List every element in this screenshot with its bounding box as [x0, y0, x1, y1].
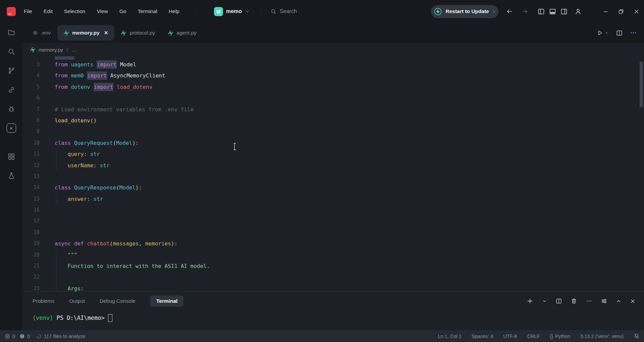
navigate-forward-button[interactable] [519, 6, 531, 17]
code-line[interactable]: 6 [22, 93, 644, 104]
menu-edit[interactable]: Edit [44, 8, 53, 14]
menu-file[interactable]: File [24, 8, 32, 14]
code-line[interactable]: 4from mem0 import AsyncMemoryClient [22, 70, 644, 81]
explorer-icon[interactable] [4, 25, 19, 40]
account-icon[interactable] [572, 6, 584, 17]
restart-label: Restart to Update [445, 8, 489, 14]
code-line[interactable]: 11 query: str [22, 149, 644, 160]
menu-go[interactable]: Go [119, 8, 126, 14]
panel-tab-problems[interactable]: Problems [33, 295, 54, 307]
editor-more-actions-icon[interactable] [630, 30, 637, 36]
code-line[interactable]: 8load_dotenv() [22, 115, 644, 126]
editor-tab-bar: .env memory.py ✕ protocol.py agent.py [22, 23, 644, 43]
status-bar: 0 0 117 files to analyze Ln 1, Col 1 Spa… [0, 330, 644, 342]
active-extension-icon[interactable] [4, 120, 19, 136]
menu-terminal[interactable]: Terminal [138, 8, 157, 14]
panel-tab-terminal[interactable]: Terminal [150, 295, 183, 307]
menu-view[interactable]: View [97, 8, 108, 14]
tab-protocol-py[interactable]: protocol.py [115, 25, 161, 41]
line-number: 4 [22, 70, 40, 81]
line-number: 18 [22, 227, 40, 238]
panel-more-actions-icon[interactable] [586, 298, 592, 304]
debug-icon[interactable] [4, 101, 19, 117]
menu-help[interactable]: Help [169, 8, 179, 14]
toggle-secondary-sidebar-icon[interactable] [558, 6, 570, 17]
search-input[interactable]: Search [266, 6, 367, 16]
chevron-down-icon [245, 9, 250, 14]
cursor-position[interactable]: Ln 1, Col 1 [438, 334, 462, 339]
line-number: 8 [22, 115, 40, 126]
editor-scrollbar[interactable] [640, 62, 643, 107]
menu-selection[interactable]: Selection [64, 8, 86, 14]
line-number: 14 [22, 182, 40, 193]
info-icon [19, 334, 25, 339]
code-line[interactable]: 21 Function to interact with the ASI1 AI… [22, 261, 644, 272]
code-line[interactable]: 17 [22, 216, 644, 227]
close-window-button[interactable] [629, 5, 644, 18]
new-terminal-icon[interactable] [527, 298, 533, 304]
testing-flask-icon[interactable] [4, 168, 19, 183]
source-control-icon[interactable] [4, 63, 19, 78]
code-line[interactable]: 3from uagents import Model [22, 59, 644, 70]
split-terminal-icon[interactable] [556, 298, 562, 304]
extensions-grid-icon[interactable] [4, 149, 19, 164]
eol-sequence[interactable]: CRLF [527, 334, 540, 339]
code-line[interactable]: 18 [22, 227, 644, 238]
remote-link-icon[interactable] [4, 82, 19, 98]
encoding[interactable]: UTF-8 [503, 334, 517, 339]
code-line[interactable]: 12 userName: str [22, 160, 644, 171]
code-line[interactable]: 10class QueryRequest(Model): [22, 137, 644, 149]
code-line[interactable]: 9 [22, 126, 644, 137]
line-number: 10 [22, 137, 40, 149]
toggle-primary-sidebar-icon[interactable] [535, 6, 547, 17]
line-number: 11 [22, 149, 40, 160]
close-panel-icon[interactable] [630, 299, 635, 304]
minimize-button[interactable] [598, 5, 613, 18]
terminal-venv: (venv) [33, 315, 53, 321]
line-number: 19 [22, 238, 40, 249]
tab-memory-py[interactable]: memory.py ✕ [57, 25, 114, 41]
tab-env[interactable]: .env [26, 25, 57, 41]
indent-guide [56, 272, 56, 283]
indentation[interactable]: Spaces: 4 [472, 334, 493, 339]
notifications-bell-icon[interactable] [634, 333, 639, 339]
code-line[interactable]: 22 [22, 272, 644, 283]
code-editor[interactable]: 3from uagents import Model4from mem0 imp… [22, 56, 644, 291]
problems-status[interactable]: 0 0 [5, 334, 32, 339]
line-number: 22 [22, 272, 40, 283]
maximize-panel-icon[interactable] [616, 299, 621, 304]
navigate-back-button[interactable] [504, 6, 515, 17]
line-number: 12 [22, 160, 40, 171]
tab-agent-py[interactable]: agent.py [162, 25, 202, 41]
code-line[interactable]: 7# Load environment variables from .env … [22, 104, 644, 115]
line-number: 17 [22, 216, 40, 227]
terminal[interactable]: (venv) PS D:\AI\memo> [22, 310, 644, 325]
code-line[interactable]: 13 [22, 171, 644, 182]
restart-to-update-button[interactable]: Restart to Update › [431, 5, 498, 18]
panel-filter-sliders-icon[interactable] [601, 298, 607, 304]
terminal-dropdown-icon[interactable] [542, 299, 547, 303]
code-line[interactable]: 23 Args: [22, 283, 644, 291]
code-line[interactable]: 5from dotenv import load_dotenv [22, 81, 644, 93]
breadcrumb[interactable]: memory.py / ... [22, 43, 644, 56]
close-tab-icon[interactable]: ✕ [104, 30, 108, 36]
gear-icon [33, 30, 38, 36]
kill-terminal-trash-icon[interactable] [571, 298, 577, 304]
python-interpreter[interactable]: 3.13.2 ('venv': venv) [580, 334, 624, 339]
language-mode[interactable]: {} Python [550, 334, 570, 339]
code-line[interactable]: 20 """ [22, 249, 644, 261]
analysis-status[interactable]: 117 files to analyze [37, 334, 85, 339]
restore-window-button[interactable] [613, 5, 629, 18]
run-button[interactable] [597, 30, 609, 36]
panel-tab-output[interactable]: Output [69, 295, 85, 307]
code-line[interactable]: 14class QueryResponse(Model): [22, 182, 644, 193]
panel-tab-debug-console[interactable]: Debug Console [100, 295, 136, 307]
search-sidebar-icon[interactable] [4, 44, 19, 59]
code-line[interactable]: 16 [22, 205, 644, 216]
project-selector[interactable]: M memo [211, 6, 252, 17]
code-line[interactable]: 15 answer: str [22, 193, 644, 205]
chevron-right-icon: › [493, 8, 495, 15]
split-editor-icon[interactable] [616, 30, 623, 36]
toggle-panel-icon[interactable] [547, 6, 558, 17]
code-line[interactable]: 19async def chatbot(messages, memories): [22, 238, 644, 249]
